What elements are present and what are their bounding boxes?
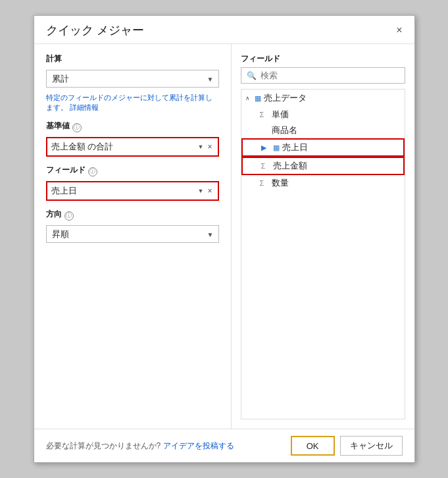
footer-message: 必要な計算が見つかりませんか? アイデアを投稿する (46, 440, 234, 452)
footer-buttons: OK キャンセル (291, 436, 403, 456)
dialog-title: クイック メジャー (46, 22, 144, 38)
tree-item-tanka[interactable]: Σ 単価 (241, 107, 405, 122)
dialog-body: 計算 累計 ▼ 特定のフィールドのメジャーに対して累計を計算します。 詳細情報 … (34, 44, 414, 429)
direction-select[interactable]: 昇順降順 (46, 225, 219, 243)
base-info-icon[interactable]: ⓘ (72, 123, 82, 132)
tree-item-uriage-date[interactable]: ▶ ▦ 売上日 (241, 138, 405, 157)
item-label-amount: 売上金額 (273, 160, 307, 172)
field-controls: ▼ × (198, 186, 214, 196)
tree-item-uriage-amount[interactable]: Σ 売上金額 (241, 157, 405, 175)
direction-label-row: 方向 ⓘ (46, 209, 219, 223)
search-icon: 🔍 (247, 71, 257, 80)
fields-label: フィールド (241, 53, 405, 65)
quick-measure-dialog: クイック メジャー × 計算 累計 ▼ 特定のフィールドのメジャーに対して累計を… (34, 15, 415, 463)
field-tree: ∧ ▦ 売上データ Σ 単価 商品名 ▶ ▦ 売上日 (241, 89, 405, 419)
item-label-shohin: 商品名 (272, 124, 297, 136)
tree-item-shohin[interactable]: 商品名 (241, 122, 405, 138)
direction-info-icon[interactable]: ⓘ (64, 211, 74, 221)
sigma-icon-amount: Σ (261, 162, 270, 170)
field-section: フィールド ⓘ 売上日 ▼ × (46, 165, 219, 201)
calc-select-wrapper: 累計 ▼ (46, 70, 219, 88)
group-name: 売上データ (264, 92, 307, 104)
base-field-controls: ▼ × (198, 142, 214, 151)
calc-label: 計算 (46, 53, 219, 65)
calc-section: 計算 累計 ▼ 特定のフィールドのメジャーに対して累計を計算します。 詳細情報 (46, 53, 219, 113)
search-box: 🔍 (241, 67, 405, 84)
expand-icon-date: ▶ (261, 144, 270, 152)
ok-button[interactable]: OK (291, 436, 335, 456)
search-input[interactable] (261, 70, 399, 80)
field-dropdown-icon[interactable]: ▼ (198, 188, 204, 194)
title-bar: クイック メジャー × (34, 16, 414, 44)
direction-label: 方向 (46, 209, 62, 220)
field-value-field[interactable]: 売上日 ▼ × (46, 181, 219, 201)
dialog-footer: 必要な計算が見つかりませんか? アイデアを投稿する OK キャンセル (34, 429, 414, 462)
direction-select-wrapper: 昇順降順 ▼ (46, 225, 219, 243)
tree-group-header[interactable]: ∧ ▦ 売上データ (241, 90, 405, 107)
base-value-text: 売上金額 の合計 (51, 141, 198, 153)
footer-link[interactable]: アイデアを投稿する (163, 441, 234, 450)
field-clear-button[interactable]: × (206, 186, 213, 196)
sigma-icon-tanka: Σ (260, 111, 269, 119)
base-label-row: 基準値 ⓘ (46, 120, 219, 134)
calendar-icon-date: ▦ (273, 144, 280, 152)
item-label-suryo: 数量 (272, 177, 289, 189)
group-table-icon: ▦ (255, 94, 261, 103)
calc-detail-link[interactable]: 詳細情報 (70, 103, 99, 111)
group-chevron-icon: ∧ (245, 95, 252, 101)
base-value-field[interactable]: 売上金額 の合計 ▼ × (46, 137, 219, 157)
base-label: 基準値 (46, 120, 70, 132)
cancel-button[interactable]: キャンセル (340, 436, 403, 456)
field-label-row: フィールド ⓘ (46, 165, 219, 178)
item-label-date: 売上日 (282, 142, 308, 153)
field-value-text: 売上日 (51, 185, 198, 197)
field-label: フィールド (46, 165, 86, 176)
base-dropdown-icon[interactable]: ▼ (198, 144, 204, 150)
calc-description: 特定のフィールドのメジャーに対して累計を計算します。 詳細情報 (46, 93, 219, 113)
right-panel: フィールド 🔍 ∧ ▦ 売上データ Σ 単価 商品名 (232, 44, 414, 429)
close-button[interactable]: × (393, 23, 405, 38)
field-info-icon[interactable]: ⓘ (88, 167, 97, 176)
left-panel: 計算 累計 ▼ 特定のフィールドのメジャーに対して累計を計算します。 詳細情報 … (34, 44, 232, 429)
calc-select[interactable]: 累計 (46, 70, 219, 88)
sigma-icon-suryo: Σ (260, 179, 269, 187)
item-label-tanka: 単価 (272, 109, 289, 120)
direction-section: 方向 ⓘ 昇順降順 ▼ (46, 209, 219, 243)
base-section: 基準値 ⓘ 売上金額 の合計 ▼ × (46, 120, 219, 157)
base-clear-button[interactable]: × (206, 142, 213, 151)
tree-item-suryo[interactable]: Σ 数量 (241, 175, 405, 191)
